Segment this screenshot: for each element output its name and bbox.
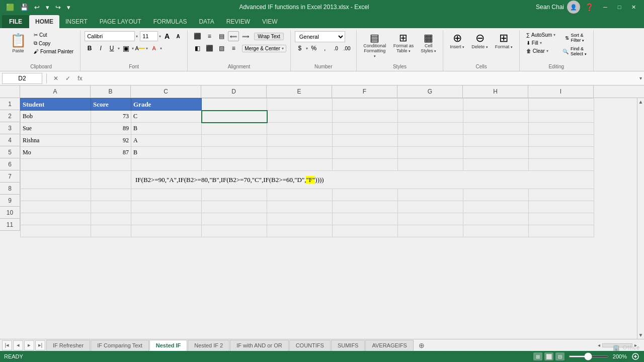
increase-decimal-button[interactable]: .00: [342, 43, 352, 53]
sheet-nav-prev[interactable]: ◂: [13, 340, 23, 350]
cell-c9[interactable]: [131, 201, 202, 213]
fill-dropdown[interactable]: ▾: [146, 46, 148, 51]
confirm-formula-button[interactable]: ✓: [63, 73, 73, 83]
cell-b5[interactable]: 87: [91, 147, 131, 159]
row-header-7[interactable]: 7: [0, 170, 20, 183]
cell-g2[interactable]: [398, 111, 463, 123]
format-painter-button[interactable]: 🖌 Format Painter: [31, 48, 76, 55]
cell-d6[interactable]: [202, 159, 267, 171]
insert-function-button[interactable]: fx: [75, 73, 85, 83]
cell-b4[interactable]: 92: [91, 135, 131, 147]
cell-h5[interactable]: [463, 147, 529, 159]
cell-a3[interactable]: Sue: [21, 123, 91, 135]
save-icon[interactable]: 💾: [18, 3, 30, 12]
row-header-5[interactable]: 5: [0, 146, 20, 158]
cell-g9[interactable]: [398, 201, 463, 213]
name-box[interactable]: [2, 73, 42, 84]
cell-b10[interactable]: [91, 213, 131, 225]
cell-b11[interactable]: [91, 225, 131, 237]
cell-b8[interactable]: [91, 189, 131, 201]
cell-a10[interactable]: [21, 213, 91, 225]
sheet-tab-countifs[interactable]: COUNTIFS: [289, 340, 331, 351]
cell-b1[interactable]: Score: [91, 99, 131, 111]
font-name-dropdown[interactable]: ▾: [136, 34, 138, 39]
cell-c8[interactable]: [131, 189, 202, 201]
increase-font-button[interactable]: A: [162, 31, 172, 41]
window-controls[interactable]: ─ □ ✕: [599, 2, 640, 12]
cell-a4[interactable]: Rishna: [21, 135, 91, 147]
cell-d8[interactable]: [202, 189, 267, 201]
row-header-2[interactable]: 2: [0, 110, 20, 122]
font-size-dropdown[interactable]: ▾: [159, 34, 161, 39]
cell-g1[interactable]: [398, 99, 463, 111]
user-area[interactable]: Sean Chai 👤: [536, 1, 580, 14]
format-as-table-button[interactable]: ⊞ Format asTable ▾: [391, 31, 417, 55]
cell-d1[interactable]: [202, 99, 267, 111]
cell-f2[interactable]: [333, 111, 398, 123]
cell-b2[interactable]: 73: [91, 111, 131, 123]
italic-button[interactable]: I: [96, 43, 106, 53]
cell-h2[interactable]: [463, 111, 529, 123]
align-top-right-button[interactable]: ▤: [216, 31, 227, 41]
find-select-button[interactable]: 🔍 Find &Select ▾: [560, 45, 589, 58]
cell-i6[interactable]: [529, 159, 594, 171]
cell-d5[interactable]: [202, 147, 267, 159]
sheet-tab-if-and-or[interactable]: IF with AND or OR: [230, 340, 288, 351]
cell-h3[interactable]: [463, 123, 529, 135]
delete-button[interactable]: ⊖ Delete ▾: [469, 31, 491, 51]
decrease-decimal-button[interactable]: .0: [331, 43, 341, 53]
underline-dropdown[interactable]: ▾: [118, 46, 120, 51]
col-header-h[interactable]: H: [463, 85, 528, 98]
cell-e2[interactable]: [267, 111, 333, 123]
add-sheet-button[interactable]: ⊕: [416, 340, 427, 351]
cell-i11[interactable]: [529, 225, 594, 237]
cell-e8[interactable]: [267, 189, 333, 201]
font-color-button[interactable]: A: [149, 43, 159, 53]
cell-e11[interactable]: [267, 225, 333, 237]
cell-e5[interactable]: [267, 147, 333, 159]
row-header-10[interactable]: 10: [0, 207, 20, 219]
cell-i1[interactable]: [529, 99, 594, 111]
border-button[interactable]: ▣: [121, 43, 131, 53]
copy-button[interactable]: ⧉ Copy: [31, 39, 76, 47]
bold-button[interactable]: B: [85, 43, 95, 53]
insert-button[interactable]: ⊕ Insert ▾: [447, 31, 467, 51]
cell-i2[interactable]: [529, 111, 594, 123]
merge-center-button[interactable]: Merge & Center ▾: [242, 45, 286, 52]
col-header-d[interactable]: D: [201, 85, 267, 98]
cell-a11[interactable]: [21, 225, 91, 237]
tab-file[interactable]: FILE: [2, 15, 29, 28]
cell-c1[interactable]: Grade: [131, 99, 202, 111]
row-header-1[interactable]: 1: [0, 98, 20, 110]
conditional-formatting-button[interactable]: ▤ ConditionalFormatting ▾: [361, 31, 389, 60]
clear-dropdown[interactable]: ▾: [546, 49, 548, 53]
cell-i3[interactable]: [529, 123, 594, 135]
cell-f10[interactable]: [333, 213, 398, 225]
formula-input[interactable]: [87, 73, 637, 84]
sheet-tab-nested-if2[interactable]: Nested IF 2: [188, 340, 229, 351]
underline-button[interactable]: U: [107, 43, 117, 53]
cell-c2[interactable]: C: [131, 111, 202, 123]
indent-increase-button[interactable]: ⟹: [240, 31, 251, 41]
cell-i4[interactable]: [529, 135, 594, 147]
tab-insert[interactable]: INSERT: [59, 15, 94, 28]
autosum-button[interactable]: ∑ AutoSum ▾: [524, 31, 558, 39]
sheet-nav-first[interactable]: |◂: [2, 340, 12, 350]
row-header-4[interactable]: 4: [0, 134, 20, 146]
cell-g4[interactable]: [398, 135, 463, 147]
col-header-i[interactable]: I: [528, 85, 594, 98]
cell-a6[interactable]: [21, 159, 91, 171]
sort-filter-button[interactable]: ⇅ Sort &Filter ▾: [560, 31, 589, 44]
cell-e10[interactable]: [267, 213, 333, 225]
cell-g8[interactable]: [398, 189, 463, 201]
sheet-tab-averageifs[interactable]: AVERAGEIFS: [365, 340, 413, 351]
cell-f8[interactable]: [333, 189, 398, 201]
col-header-g[interactable]: G: [397, 85, 463, 98]
cell-b9[interactable]: [91, 201, 131, 213]
cell-formula-row7[interactable]: IF(B2>=90,"A",IF(B2>=80,"B",IF(B2>=70,"C…: [131, 171, 594, 189]
wrap-text-button[interactable]: Wrap Text: [254, 33, 284, 40]
cell-f1[interactable]: [333, 99, 398, 111]
help-icon[interactable]: ❓: [585, 3, 594, 11]
normal-view-button[interactable]: ⊞: [533, 352, 542, 360]
row-header-3[interactable]: 3: [0, 122, 20, 134]
